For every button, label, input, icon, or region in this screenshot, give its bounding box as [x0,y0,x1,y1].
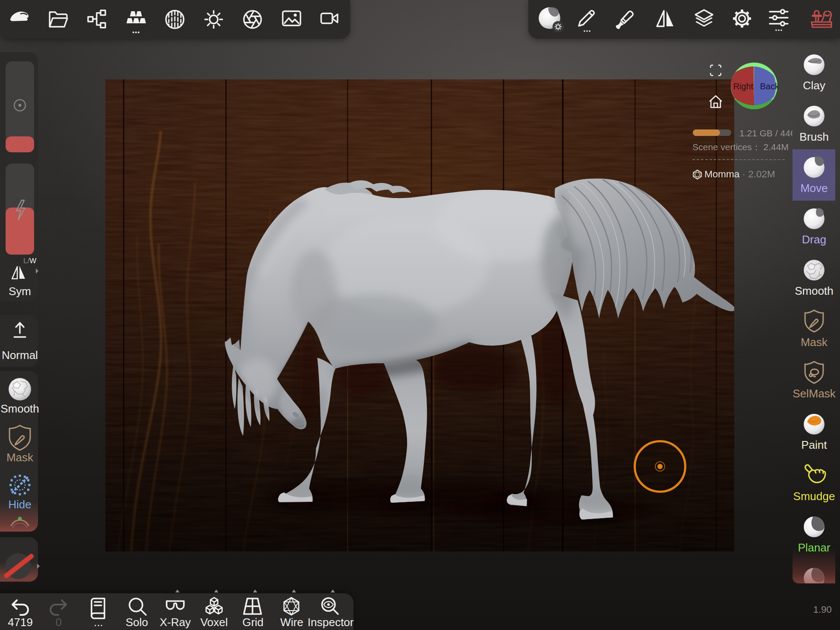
svg-text:Sym: Sym [9,285,31,298]
svg-text:Right: Right [733,82,754,91]
svg-text:Back: Back [760,82,778,91]
svg-text:Smooth: Smooth [0,402,39,415]
svg-text:L/W: L/W [23,257,36,265]
svg-text:Normal: Normal [2,349,38,362]
svg-text:Hide: Hide [8,498,31,511]
svg-text:Mask: Mask [6,451,34,464]
